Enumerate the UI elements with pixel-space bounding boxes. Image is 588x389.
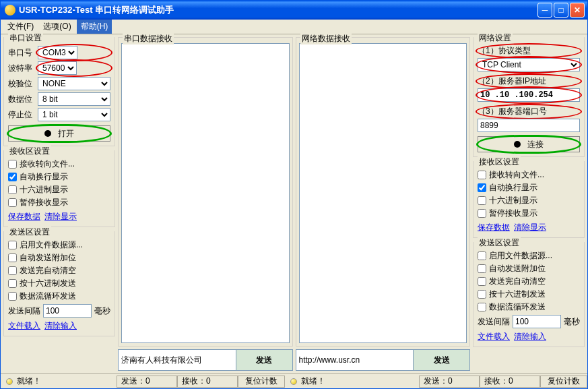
recv-auto-wrap-check[interactable] [8,173,17,181]
net-recv-opts-group: 接收转向文件... 自动换行显示 十六进制显示 暂停接收显示 保存数据 清除显示 [473,161,585,238]
window-title: USR-TCP232-Test 串口转网络调试助手 [19,4,537,16]
status-sent-right: 发送：0 [419,376,480,388]
maximize-button[interactable]: □ [554,3,568,18]
net-send-input[interactable] [296,349,414,371]
net-recv-title: 网络数据接收 [300,33,352,44]
net-recv-auto-wrap-check[interactable] [478,183,486,192]
proto-select[interactable]: TCP Client [478,58,580,71]
minimize-button[interactable]: ─ [537,3,552,18]
parity-label: 校验位 [8,78,35,90]
serial-recv-title: 串口数据接收 [123,33,174,44]
send-clear-after-check[interactable] [8,266,17,275]
net-recv-clear-link[interactable]: 清除显示 [514,222,546,233]
data-label: 数据位 [8,94,35,105]
serial-open-button[interactable]: 打开 [8,125,110,142]
status-sent-left: 发送：0 [117,376,177,388]
recv-clear-link[interactable]: 清除显示 [44,211,77,222]
send-hex-check[interactable] [8,279,17,288]
status-ready-right: 就绪！ [285,376,419,387]
reset-count-right[interactable]: 复位计数 [540,376,587,388]
status-dot-icon [44,130,51,137]
clear-input-link[interactable]: 清除输入 [44,320,77,332]
net-send-hex-check[interactable] [478,290,486,299]
serial-recv-opts-group: 接收转向文件... 自动换行显示 十六进制显示 暂停接收显示 保存数据 清除显示 [3,150,115,227]
net-recv-pause-check[interactable] [478,209,486,218]
net-send-opts-group: 启用文件数据源... 自动发送附加位 发送完自动清空 按十六进制发送 数据流循环… [473,242,585,347]
net-recv-hex-check[interactable] [478,196,486,205]
net-interval-input[interactable] [513,315,561,328]
net-recv-textarea[interactable] [299,43,467,343]
status-ready-left: 就绪！ [1,376,117,387]
net-file-load-link[interactable]: 文件载入 [478,331,510,342]
port-select[interactable]: COM3 [38,46,77,59]
close-button[interactable]: ✕ [570,3,585,18]
send-auto-append-check[interactable] [8,253,17,262]
baud-select[interactable]: 57600 [38,61,77,75]
ip-label: （2）服务器IP地址 [478,76,546,87]
net-interval-unit: 毫秒 [564,316,580,328]
net-clear-input-link[interactable]: 清除输入 [514,331,546,342]
menu-options[interactable]: 选项(O) [39,20,75,34]
bulb-icon [6,378,13,385]
serial-send-button[interactable]: 发送 [236,349,293,371]
reset-count-left[interactable]: 复位计数 [238,376,285,388]
net-interval-label: 发送间隔 [478,316,510,328]
proto-label: （1）协议类型 [478,45,531,57]
interval-label: 发送间隔 [8,305,40,317]
menu-file[interactable]: 文件(F) [3,20,38,34]
net-send-file-src-check[interactable] [478,251,486,260]
send-file-src-check[interactable] [8,241,17,249]
status-dot-icon [514,141,521,148]
send-loop-check[interactable] [8,292,17,301]
serial-settings-group: 串口号 COM3 波特率 57600 校验位 NONE 数据位 8 bit 停止… [3,37,115,146]
serial-send-input[interactable] [118,349,236,371]
net-send-block: 发送 [296,349,471,371]
right-column: （1）协议类型 TCP Client （2）服务器IP地址 （3）服务器端口号 … [473,37,585,371]
content-area: 串口号 COM3 波特率 57600 校验位 NONE 数据位 8 bit 停止… [1,34,587,373]
app-window: USR-TCP232-Test 串口转网络调试助手 ─ □ ✕ 文件(F) 选项… [0,0,588,389]
net-send-clear-after-check[interactable] [478,277,486,286]
serial-send-block: 发送 [118,349,293,371]
recv-save-link[interactable]: 保存数据 [8,211,40,222]
middle-column: 串口数据接收 网络数据接收 发送 发送 [118,37,470,371]
net-connect-button[interactable]: 连接 [478,136,580,152]
recv-hex-check[interactable] [8,185,17,194]
menu-help[interactable]: 帮助(H) [77,20,112,34]
serial-send-opts-group: 启用文件数据源... 自动发送附加位 发送完自动清空 按十六进制发送 数据流循环… [3,231,115,336]
net-recv-save-link[interactable]: 保存数据 [478,222,510,233]
baud-label: 波特率 [8,63,35,74]
bulb-icon [290,378,297,385]
net-settings-group: （1）协议类型 TCP Client （2）服务器IP地址 （3）服务器端口号 … [473,37,585,157]
net-send-loop-check[interactable] [478,303,486,311]
file-load-link[interactable]: 文件载入 [8,320,40,332]
stop-select[interactable]: 1 bit [38,108,110,121]
recv-to-file-check[interactable] [8,160,17,169]
send-panels: 发送 发送 [118,349,470,371]
parity-select[interactable]: NONE [38,77,110,90]
net-recv-group: 网络数据接收 [296,37,471,347]
serial-recv-group: 串口数据接收 [118,37,293,347]
left-column: 串口号 COM3 波特率 57600 校验位 NONE 数据位 8 bit 停止… [3,37,115,371]
net-send-button[interactable]: 发送 [414,349,470,371]
stop-label: 停止位 [8,109,35,121]
status-recv-left: 接收：0 [177,376,238,388]
window-buttons: ─ □ ✕ [537,3,585,18]
interval-unit: 毫秒 [94,305,110,317]
recv-pause-check[interactable] [8,198,17,207]
port-label: 串口号 [8,47,35,59]
receive-panels: 串口数据接收 网络数据接收 [118,37,470,347]
statusbar: 就绪！ 发送：0 接收：0 复位计数 就绪！ 发送：0 接收：0 复位计数 [1,373,587,388]
port-input[interactable] [478,119,580,132]
titlebar: USR-TCP232-Test 串口转网络调试助手 ─ □ ✕ [1,1,587,20]
net-recv-to-file-check[interactable] [478,171,486,179]
status-recv-right: 接收：0 [480,376,540,388]
port-label: （3）服务器端口号 [478,106,547,117]
serial-recv-textarea[interactable] [121,43,290,343]
app-icon [5,5,15,16]
data-select[interactable]: 8 bit [38,92,110,106]
ip-input[interactable] [478,88,580,102]
interval-input[interactable] [43,304,92,318]
net-send-auto-append-check[interactable] [478,264,486,273]
